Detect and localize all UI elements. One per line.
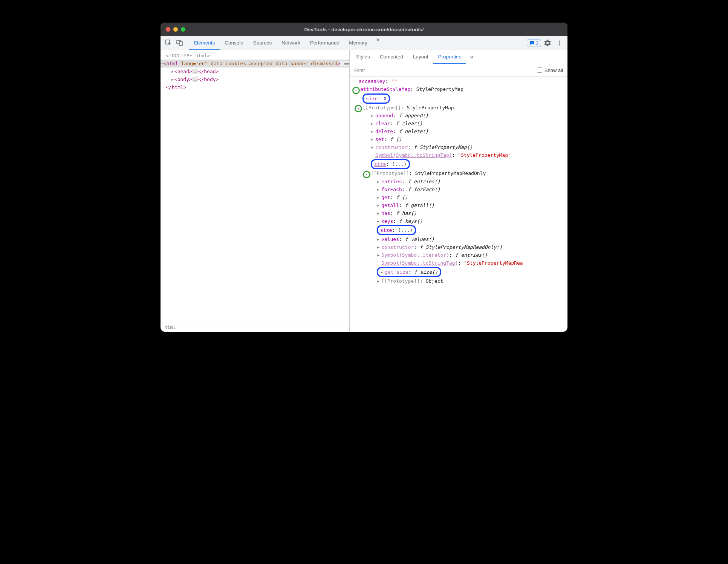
prop-symbol-tostringtag-1[interactable]: Symbol(Symbol.toStringTag): "StyleProper… [354, 151, 567, 159]
show-all-label: Show all [544, 67, 563, 73]
dom-head-element[interactable]: ▸<head>…</head> [161, 67, 349, 75]
tab-sources[interactable]: Sources [248, 36, 277, 50]
side-tabs: Styles Computed Layout Properties » [350, 50, 567, 64]
side-pane: Styles Computed Layout Properties » Show… [350, 50, 567, 332]
svg-point-3 [559, 40, 560, 41]
show-all-toggle[interactable]: Show all [537, 67, 563, 73]
show-all-checkbox[interactable] [537, 67, 542, 73]
more-tabs-icon[interactable]: » [372, 36, 383, 50]
minimize-window-button[interactable] [173, 27, 178, 32]
tab-memory[interactable]: Memory [344, 36, 372, 50]
tab-performance[interactable]: Performance [305, 36, 344, 50]
prop-size-0[interactable]: size: 0 [354, 93, 567, 104]
traffic-lights [166, 27, 185, 32]
elements-pane: <!DOCTYPE html> ⋯<html lang="en" data-co… [161, 50, 350, 332]
prop-get-size[interactable]: ▸get size: f size() [354, 267, 567, 277]
close-window-button[interactable] [166, 27, 170, 32]
dom-body-element[interactable]: ▸<body>…</body> [161, 75, 349, 83]
prop-foreach[interactable]: ▸forEach: f forEach() [354, 185, 567, 193]
prop-getall[interactable]: ▸getAll: f getAll() [354, 201, 567, 209]
tab-layout[interactable]: Layout [408, 50, 433, 64]
prop-symbol-iterator[interactable]: ▸Symbol(Symbol.iterator): f entries() [354, 251, 567, 259]
prop-keys[interactable]: ▸keys: f keys() [354, 217, 567, 225]
dom-breadcrumb[interactable]: html [161, 322, 349, 332]
zoom-window-button[interactable] [181, 27, 185, 32]
prop-constructor-2[interactable]: ▸constructor: f StylePropertyMapReadOnly… [354, 243, 567, 251]
expand-marker-icon[interactable]: ▾ [355, 105, 362, 112]
dom-tree[interactable]: <!DOCTYPE html> ⋯<html lang="en" data-co… [161, 50, 349, 322]
toolbar-divider [187, 39, 187, 47]
prop-constructor-1[interactable]: ▸constructor: f StylePropertyMap() [354, 143, 567, 151]
tab-properties[interactable]: Properties [433, 50, 466, 64]
more-options-icon[interactable] [554, 37, 565, 49]
tab-elements[interactable]: Elements [189, 36, 220, 50]
svg-point-4 [559, 42, 560, 43]
prop-symbol-tostringtag-2[interactable]: Symbol(Symbol.toStringTag): "StyleProper… [354, 259, 567, 267]
tab-console[interactable]: Console [220, 36, 248, 50]
prop-prototype-1[interactable]: ▾[[Prototype]]: StylePropertyMap [354, 104, 567, 112]
issues-count: 1 [536, 40, 538, 46]
prop-get[interactable]: ▸get: f () [354, 193, 567, 201]
dom-html-element[interactable]: ⋯<html lang="en" data-cookies-accepted d… [161, 60, 349, 67]
content-split: <!DOCTYPE html> ⋯<html lang="en" data-co… [161, 50, 567, 332]
prop-append[interactable]: ▸append: f append() [354, 112, 567, 120]
svg-rect-2 [179, 41, 182, 46]
properties-list[interactable]: accessKey: "" ▾attributeStyleMap: StyleP… [350, 77, 567, 332]
prop-size-dots-2[interactable]: size: (...) [354, 225, 567, 235]
svg-point-5 [559, 44, 560, 45]
prop-prototype-2[interactable]: ▾[[Prototype]]: StylePropertyMapReadOnly [354, 169, 567, 178]
window-titlebar: DevTools - developer.chrome.com/docs/dev… [161, 23, 567, 36]
devtools-window: DevTools - developer.chrome.com/docs/dev… [161, 23, 567, 332]
prop-delete[interactable]: ▸delete: f delete() [354, 127, 567, 135]
panel-tabs: Elements Console Sources Network Perform… [189, 36, 383, 50]
prop-clear[interactable]: ▸clear: f clear() [354, 120, 567, 127]
side-more-tabs-icon[interactable]: » [466, 54, 477, 60]
prop-has[interactable]: ▸has: f has() [354, 209, 567, 217]
issues-icon [529, 41, 534, 46]
expand-marker-icon[interactable]: ▾ [352, 87, 360, 94]
expand-marker-icon[interactable]: ▾ [363, 171, 370, 178]
tab-computed[interactable]: Computed [375, 50, 408, 64]
dom-html-close[interactable]: </html> [161, 83, 349, 91]
tab-network[interactable]: Network [277, 36, 305, 50]
prop-attributestylemap[interactable]: ▾attributeStyleMap: StylePropertyMap [354, 85, 567, 93]
settings-icon[interactable] [542, 37, 553, 49]
prop-set[interactable]: ▸set: f () [354, 135, 567, 143]
filter-input[interactable] [354, 67, 537, 73]
issues-button[interactable]: 1 [527, 40, 541, 46]
prop-entries[interactable]: ▸entries: f entries() [354, 178, 567, 185]
main-toolbar: Elements Console Sources Network Perform… [161, 36, 567, 50]
filter-row: Show all [350, 64, 567, 77]
inspect-element-icon[interactable] [163, 37, 174, 49]
dom-doctype[interactable]: <!DOCTYPE html> [161, 52, 349, 60]
device-toolbar-icon[interactable] [174, 37, 185, 49]
prop-prototype-3[interactable]: ▸[[Prototype]]: Object [354, 277, 567, 285]
prop-values[interactable]: ▸values: f values() [354, 235, 567, 243]
tab-styles[interactable]: Styles [351, 50, 375, 64]
prop-size-dots-1[interactable]: size: (...) [354, 159, 567, 169]
window-title: DevTools - developer.chrome.com/docs/dev… [161, 27, 567, 32]
prop-accesskey[interactable]: accessKey: "" [354, 77, 567, 85]
